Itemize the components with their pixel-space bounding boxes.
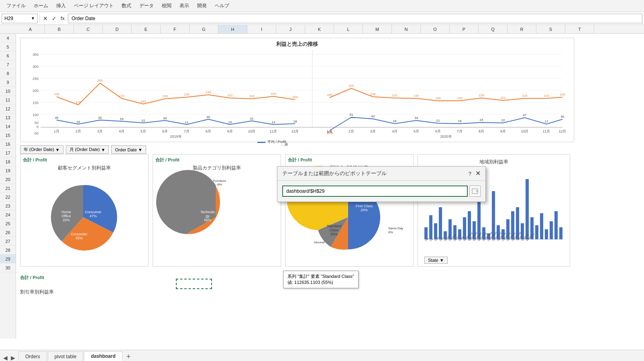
menu-review[interactable]: 校閲: [158, 1, 175, 11]
col-A[interactable]: A: [16, 25, 45, 33]
menu-insert[interactable]: 挿入: [52, 1, 70, 11]
year-filter-btn[interactable]: 年 (Order Date) ▼: [20, 145, 63, 154]
row-22[interactable]: 22: [0, 193, 16, 202]
col-R[interactable]: R: [507, 25, 536, 33]
col-F[interactable]: F: [161, 25, 190, 33]
svg-text:Office: Office: [61, 214, 71, 218]
confirm-formula-btn[interactable]: ✓: [50, 14, 58, 22]
menu-formulas[interactable]: 数式: [118, 1, 135, 11]
svg-rect-144: [545, 229, 548, 239]
col-J[interactable]: J: [276, 25, 305, 33]
col-H[interactable]: H: [218, 25, 247, 33]
svg-text:5月: 5月: [141, 129, 146, 133]
menu-help[interactable]: ヘルプ: [211, 1, 233, 11]
cancel-formula-btn[interactable]: ✕: [41, 14, 49, 22]
col-I[interactable]: I: [247, 25, 276, 33]
year-filter-label: 年 (Order Date): [24, 147, 54, 153]
row-23[interactable]: 23: [0, 202, 16, 210]
col-G[interactable]: G: [190, 25, 218, 33]
col-Q[interactable]: Q: [479, 25, 507, 33]
svg-text:12月: 12月: [558, 129, 566, 133]
row-25[interactable]: 25: [0, 219, 16, 228]
row-26[interactable]: 26: [0, 228, 16, 237]
formula-bar: H29 ▼ ✕ ✓ fx: [0, 12, 644, 25]
svg-text:42%: 42%: [222, 238, 229, 242]
row-24[interactable]: 24: [0, 210, 16, 219]
col-S[interactable]: S: [536, 25, 565, 33]
state-filter-btn[interactable]: State ▼: [424, 257, 448, 264]
row-9[interactable]: 9: [0, 78, 16, 87]
month-filter-btn[interactable]: 月 (Order Date) ▼: [66, 145, 109, 154]
modal-controls: ? ✕: [469, 170, 481, 177]
svg-text:51: 51: [350, 113, 353, 116]
col-L[interactable]: L: [334, 25, 363, 33]
col-K[interactable]: K: [305, 25, 334, 33]
svg-text:-50: -50: [33, 131, 39, 135]
col-N[interactable]: N: [392, 25, 421, 33]
row-27[interactable]: 27: [0, 237, 16, 246]
row-14[interactable]: 14: [0, 122, 16, 131]
svg-text:204: 204: [292, 95, 298, 99]
row-30[interactable]: 30: [0, 263, 16, 272]
col-D[interactable]: D: [103, 25, 132, 33]
row-5[interactable]: 5: [0, 43, 16, 51]
row-20[interactable]: 20: [0, 175, 16, 184]
row-13[interactable]: 13: [0, 113, 16, 122]
row-17[interactable]: 17: [0, 149, 16, 157]
menu-bar: ファイル ホーム 挿入 ページ レイアウト 数式 データ 校閲 表示 開発 ヘル…: [0, 0, 644, 12]
svg-text:First Class: First Class: [356, 204, 373, 208]
line-chart-svg: 350 300 250 200 150 100 50 0 -50: [24, 50, 571, 139]
col-B[interactable]: B: [45, 25, 74, 33]
row-10[interactable]: 10: [0, 87, 16, 96]
svg-text:2019年: 2019年: [170, 135, 181, 139]
row-15[interactable]: 15: [0, 131, 16, 140]
col-O[interactable]: O: [421, 25, 450, 33]
row-6[interactable]: 6: [0, 51, 16, 60]
col-P[interactable]: P: [450, 25, 479, 33]
row-12[interactable]: 12: [0, 104, 16, 113]
svg-text:220: 220: [544, 94, 549, 98]
svg-text:15: 15: [228, 120, 232, 124]
svg-text:29: 29: [120, 117, 124, 121]
row-18[interactable]: 18: [0, 157, 16, 166]
svg-text:Consumer: Consumer: [85, 210, 102, 214]
svg-rect-147: [559, 227, 562, 239]
col-C[interactable]: C: [74, 25, 103, 33]
modal-picker-btn[interactable]: [469, 186, 481, 197]
row-16[interactable]: 16: [0, 140, 16, 149]
cell-reference[interactable]: H29 ▼: [2, 14, 38, 23]
menu-home[interactable]: ホーム: [30, 1, 52, 11]
row-7[interactable]: 7: [0, 60, 16, 69]
menu-data[interactable]: データ: [135, 1, 158, 11]
svg-text:10月: 10月: [521, 129, 528, 133]
menu-pagelayout[interactable]: ページ レイアウト: [70, 1, 118, 11]
orderdate-filter-btn[interactable]: Order Date ▼: [111, 145, 146, 154]
modal-range-input[interactable]: [282, 186, 468, 197]
insert-function-btn[interactable]: fx: [59, 14, 66, 22]
row-29[interactable]: 29: [0, 255, 16, 263]
svg-text:2%: 2%: [217, 183, 222, 186]
row-19[interactable]: 19: [0, 166, 16, 175]
modal-help-btn[interactable]: ?: [469, 171, 471, 177]
svg-text:33%: 33%: [75, 236, 83, 240]
menu-developer[interactable]: 開発: [193, 1, 211, 11]
modal-close-btn[interactable]: ✕: [475, 170, 481, 177]
region-chart-title: 地域別利益率: [420, 159, 567, 165]
state-filter-dropdown-icon: ▼: [440, 258, 444, 263]
row-4[interactable]: 4: [0, 34, 16, 43]
row-21[interactable]: 21: [0, 184, 16, 193]
svg-rect-142: [535, 225, 538, 239]
menu-file[interactable]: ファイル: [2, 1, 30, 11]
col-M[interactable]: M: [363, 25, 392, 33]
col-E[interactable]: E: [132, 25, 161, 33]
row-8[interactable]: 8: [0, 69, 16, 78]
row-11[interactable]: 11: [0, 96, 16, 104]
row-28[interactable]: 28: [0, 246, 16, 255]
formula-input[interactable]: [68, 14, 642, 23]
month-filter-dropdown-icon: ▼: [101, 147, 105, 152]
dashed-selection-cell[interactable]: [176, 279, 212, 289]
svg-text:Furniture: Furniture: [213, 179, 226, 183]
svg-text:11月: 11月: [542, 129, 550, 133]
menu-view[interactable]: 表示: [175, 1, 193, 11]
col-T[interactable]: T: [565, 25, 594, 33]
